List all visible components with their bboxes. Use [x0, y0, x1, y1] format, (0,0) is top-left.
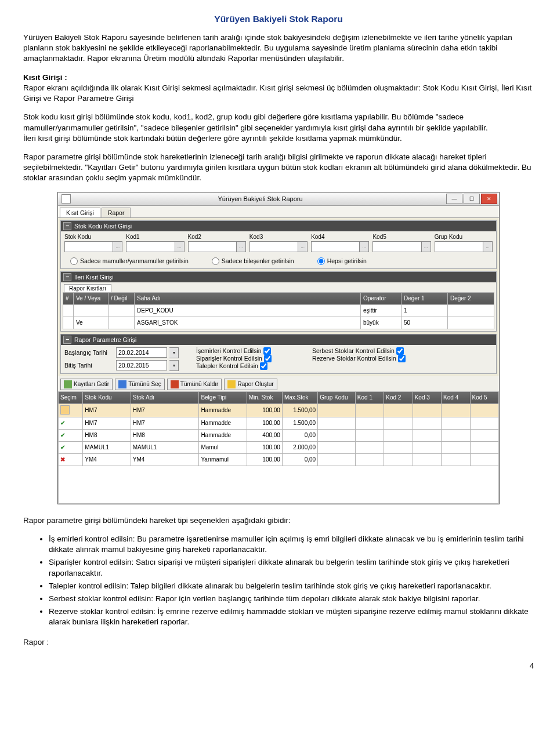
lbl-stok-kodu: Stok Kodu [64, 234, 122, 240]
lbl-kod3: Kod3 [249, 234, 308, 240]
grid-row[interactable]: ✔ HM8HM8Hammadde 400,000,00 [59, 429, 499, 441]
radio-bilesenler[interactable]: Sadece bileşenler getirilsin [212, 257, 294, 265]
dropdown-icon[interactable]: ... [175, 241, 185, 252]
col-saha: Saha Adı [135, 292, 361, 304]
check-icon: ✔ [60, 420, 65, 426]
fetch-icon [64, 380, 72, 388]
filter-table: # Ve / Veya / Değil Saha Adı Operatör De… [63, 292, 494, 329]
list-item: İş emirleri kontrol edilsin: Bu parametr… [49, 534, 534, 555]
btn-kayitlari-getir[interactable]: Kayıtları Getir [60, 379, 113, 390]
intro-paragraph: Yürüyen Bakiyeli Stok Raporu sayesinde b… [23, 32, 534, 64]
deselectall-icon [171, 380, 179, 388]
lbl-kod2: Kod2 [188, 234, 246, 240]
check-icon: ✔ [60, 444, 65, 450]
lbl-kod4: Kod4 [311, 234, 369, 240]
grid-row[interactable]: ✔ HM7HM7Hammadde 100,001.500,00 [59, 417, 499, 429]
maximize-button[interactable]: ☐ [464, 194, 480, 204]
check-icon: ✔ [60, 432, 65, 438]
calendar-icon[interactable]: ▾ [169, 347, 179, 358]
col-num: # [63, 292, 74, 304]
col-operator: Operatör [361, 292, 402, 304]
lbl-chk3: Talepler Kontrol Edilsin [196, 362, 258, 369]
lbl-bitis: Bitiş Tarihi [64, 362, 114, 369]
close-button[interactable]: ✕ [481, 194, 497, 204]
lbl-chk1: İşemirleri Kontrol Edilsin [196, 347, 262, 354]
input-kod2[interactable] [188, 241, 237, 252]
group-stok-kodu-header[interactable]: Stok Kodu Kısıt Girişi [61, 221, 496, 231]
lbl-chk5: Rezerve Stoklar Kontrol Edilsin [312, 355, 396, 362]
group-ileri-kisit-header[interactable]: İleri Kısıt Girişi [61, 272, 496, 282]
input-kod4[interactable] [311, 241, 360, 252]
row-indicator-icon [60, 405, 70, 415]
lbl-baslangic: Başlangıç Tarihi [64, 349, 114, 356]
list-item: Rezerve stoklar kontrol edilsin: İş emri… [49, 606, 534, 627]
dropdown-icon[interactable]: ... [422, 241, 431, 252]
filter-row[interactable]: DEPO_KODU eşittir 1 [63, 304, 494, 317]
app-window: Yürüyen Bakiyeli Stok Raporu — ☐ ✕ Kısıt… [57, 192, 500, 504]
rapor-heading: Rapor : [23, 637, 534, 648]
input-kod3[interactable] [249, 241, 298, 252]
titlebar: Yürüyen Bakiyeli Stok Raporu — ☐ ✕ [58, 192, 499, 206]
app-icon [62, 194, 71, 203]
input-stok-kodu[interactable] [64, 241, 113, 252]
lbl-chk2: Siparişler Kontrol Edilsin [196, 355, 262, 362]
lbl-kod1: Kod1 [126, 234, 184, 240]
results-grid: Seçim Stok Kodu Stok Adı Belge Tipi Min.… [58, 391, 499, 504]
page-number: 4 [23, 662, 534, 670]
dropdown-icon[interactable]: ... [237, 241, 246, 252]
chk-talepler[interactable] [260, 362, 267, 370]
subtab-rapor-kisitlari[interactable]: Rapor Kısıtları [64, 284, 111, 292]
x-icon: ✖ [60, 456, 65, 463]
grid-row[interactable]: ✔ MAMUL1MAMUL1Mamul 100,002.000,00 [59, 441, 499, 453]
input-grup-kodu[interactable] [435, 241, 483, 252]
col-deger1: Değer 1 [402, 292, 448, 304]
kisit-paragraph: Kısıt Girişi : Rapor ekranı açıldığında … [23, 72, 534, 104]
kisit-heading: Kısıt Girişi : [23, 73, 67, 82]
btn-tumunu-sec[interactable]: Tümünü Seç [115, 379, 165, 390]
kisit-text: Rapor ekranı açıldığında ilk olarak Kısı… [23, 83, 531, 103]
report-icon [227, 380, 236, 388]
group-param-header[interactable]: Rapor Parametre Girişi [61, 335, 496, 345]
dropdown-icon[interactable]: ... [360, 241, 369, 252]
calendar-icon[interactable]: ▾ [169, 360, 179, 371]
list-item: Serbest stoklar kontrol edilsin: Rapor i… [49, 594, 534, 604]
chk-rezerve[interactable] [398, 355, 406, 362]
grid-row-empty [59, 466, 499, 503]
window-title: Yürüyen Bakiyeli Stok Raporu [74, 195, 446, 202]
stok-kodu-paragraph: Stok kodu kısıt girişi bölümünde stok ko… [23, 112, 534, 144]
col-veveya: Ve / Veya [74, 292, 108, 304]
input-kod1[interactable] [126, 241, 175, 252]
page-title: Yürüyen Bakiyeli Stok Raporu [23, 14, 534, 24]
dropdown-icon[interactable]: ... [113, 241, 122, 252]
dropdown-icon[interactable]: ... [483, 241, 493, 252]
list-item: Siparişler kontrol edilsin: Satıcı sipar… [49, 557, 534, 578]
dropdown-icon[interactable]: ... [298, 241, 308, 252]
list-item: Talepler kontrol edilsin: Talep bilgiler… [49, 581, 534, 591]
selectall-icon [118, 380, 126, 388]
btn-rapor-olustur[interactable]: Rapor Oluştur [224, 379, 277, 390]
minimize-button[interactable]: — [446, 194, 462, 204]
tab-kisit-girisi[interactable]: Kısıt Girişi [60, 208, 100, 217]
input-baslangic-tarihi[interactable]: 20.02.2014 [116, 347, 167, 358]
lbl-kod5: Kod5 [372, 234, 431, 240]
col-degil: / Değil [108, 292, 135, 304]
radio-hepsi[interactable]: Hepsi getirilsin [317, 257, 367, 265]
radio-mamuller[interactable]: Sadece mamuller/yarımamuller getirilsin [70, 257, 189, 265]
btn-tumunu-kaldir[interactable]: Tümünü Kaldır [167, 379, 222, 390]
input-kod5[interactable] [372, 241, 421, 252]
options-list: İş emirleri kontrol edilsin: Bu parametr… [23, 534, 534, 628]
grid-row[interactable]: ✖ YM4YM4Yarımamul 100,000,00 [59, 453, 499, 466]
input-bitis-tarihi[interactable]: 20.02.2015 [116, 360, 167, 370]
filter-row[interactable]: Ve ASGARI_STOK büyük 50 [63, 317, 494, 329]
chk-siparisler[interactable] [264, 355, 272, 362]
lbl-grup-kodu: Grup Kodu [435, 234, 493, 240]
chk-isemirleri[interactable] [263, 347, 271, 355]
param-paragraph: Rapor parametre girişi bölümünde stok ha… [23, 152, 534, 184]
chk-serbest[interactable] [396, 347, 404, 355]
col-deger2: Değer 2 [448, 292, 494, 304]
lbl-chk4: Serbest Stoklar Kontrol Edilsin [312, 347, 395, 354]
options-intro: Rapor parametre girişi bölümündeki harek… [23, 515, 534, 526]
grid-row[interactable]: HM7HM7Hammadde 100,001.500,00 [59, 404, 499, 417]
tab-rapor[interactable]: Rapor [102, 208, 131, 217]
